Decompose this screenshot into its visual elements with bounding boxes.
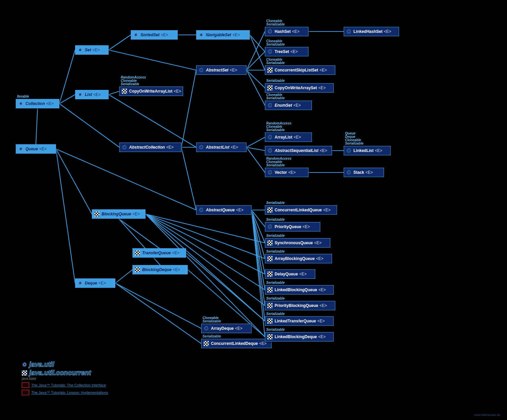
svg-rect-66 [205,342,206,344]
type-param: <E> [230,68,237,72]
node-queue[interactable]: Queue <E> [16,144,56,154]
node-arraydeque[interactable]: ArrayDeque <E> [201,324,251,333]
gear-icon [133,32,138,38]
svg-rect-113 [269,242,270,243]
node-arraylist[interactable]: ArrayList <E> [265,133,312,142]
gear-icon [346,148,351,153]
node-abstractqueue[interactable]: AbstractQueue <E> [196,205,251,215]
svg-rect-69 [206,344,208,345]
node-linkedlist[interactable]: LinkedList <E> [344,146,391,155]
svg-rect-30 [96,213,97,214]
gear-icon [122,145,127,150]
chequer-icon [267,240,273,246]
type-param: <E> [174,89,181,94]
svg-rect-19 [123,90,124,91]
svg-rect-81 [270,70,271,71]
svg-rect-4 [23,372,24,373]
node-concurrentskiplistset[interactable]: ConcurrentSkipListSet <E> [265,65,335,75]
annotation: Serializable [266,79,285,83]
node-hashset[interactable]: HashSet <E> [265,27,308,36]
node-blockingqueue[interactable]: BlockingQueue <E> [92,209,146,219]
svg-rect-146 [270,290,271,291]
gear-icon [267,148,273,153]
node-treeset[interactable]: TreeSet <E> [265,47,308,56]
svg-rect-133 [269,273,270,274]
node-concurrentlinkedqueue[interactable]: ConcurrentLinkedQueue <E> [265,205,337,215]
chequer-icon [267,334,273,339]
svg-point-97 [269,150,271,151]
node-priorityblockingqueue[interactable]: PriorityBlockingQueue <E> [265,301,335,310]
annotation: Serializable [266,328,285,331]
class-name: DelayQueue [275,272,298,276]
type-param: <E> [292,29,299,34]
svg-point-15 [135,34,136,36]
type-param: <E> [318,334,326,339]
svg-point-60 [201,147,202,148]
node-linkedblockingqueue[interactable]: LinkedBlockingQueue <E> [265,285,334,295]
node-copyonwritearrayset[interactable]: CopyOnWriteArraySet <E> [265,83,334,93]
type-param: <E> [365,170,373,175]
type-param: <E> [93,92,101,97]
node-delayqueue[interactable]: DelayQueue <E> [265,269,315,279]
svg-rect-22 [124,91,126,93]
node-transferqueue[interactable]: TransferQueue <E> [132,248,186,258]
node-abstractcollection[interactable]: AbstractCollection <E> [119,143,181,152]
node-abstractsequentiallist[interactable]: AbstractSequentialList <E> [265,146,332,155]
class-name: AbstractCollection [129,145,165,150]
gear-icon [18,146,23,152]
class-name: NavigableSet [206,33,231,37]
annotation: CloneableSerializable [266,40,285,46]
type-param: <E> [173,267,180,272]
type-param: <E> [294,135,301,140]
chequer-icon [267,318,273,324]
node-deque[interactable]: Deque <E> [75,278,115,288]
node-concurrentlinkeddeque[interactable]: ConcurrentLinkedDeque <E> [201,339,272,348]
annotation: Serializable [266,312,285,316]
tutorial-link-1[interactable]: The Java™ Tutorials: The Collection Inte… [22,382,108,388]
svg-point-109 [269,226,271,227]
gear-icon [199,32,204,38]
class-name: HashSet [275,29,291,34]
type-param: <E> [259,341,267,346]
svg-point-61 [201,209,202,211]
type-param: <E> [231,145,238,150]
class-name: AbstractList [206,145,229,150]
class-name: AbstractSet [206,68,228,72]
type-param: <E> [320,68,327,72]
svg-rect-126 [270,259,271,260]
node-linkedtransferqueue[interactable]: LinkedTransferQueue <E> [265,316,334,326]
type-param: <E> [384,29,391,34]
node-set[interactable]: Set <E> [75,45,109,55]
svg-point-13 [79,49,81,51]
node-sortedset[interactable]: SortedSet <E> [131,30,178,40]
node-stack[interactable]: Stack <E> [344,168,384,177]
class-name: LinkedTransferQueue [275,319,316,323]
tutorial-link-2[interactable]: The Java™ Tutorials: Lesson: Implementat… [22,390,108,395]
gear-icon [199,67,204,73]
node-abstractlist[interactable]: AbstractList <E> [196,143,246,152]
class-name: ConcurrentLinkedQueue [275,208,322,212]
node-arrayblockingqueue[interactable]: ArrayBlockingQueue <E> [265,254,332,263]
type-param: <E> [288,170,296,175]
node-collection[interactable]: Collection <E> [16,99,59,108]
node-enumset[interactable]: EnumSet <E> [265,101,312,110]
node-navigableset[interactable]: NavigableSet <E> [196,30,250,40]
chequer-icon [267,256,273,261]
node-blockingdeque[interactable]: BlockingDeque <E> [132,265,188,274]
node-priorityqueue[interactable]: PriorityQueue <E> [265,222,320,231]
class-name: ArrayList [275,135,292,140]
node-linkedhashset[interactable]: LinkedHashSet <E> [344,27,399,36]
gear-icon [18,101,23,106]
node-list[interactable]: List <E> [75,90,109,99]
chequer-icon [122,89,127,94]
node-copyonwritearraylist[interactable]: CopyOnWriteArrayList <E> [119,87,183,96]
node-synchronousqueue[interactable]: SynchronousQueue <E> [265,238,330,248]
svg-rect-51 [136,268,137,270]
chequer-icon [204,341,209,346]
node-linkedblockingdeque[interactable]: LinkedBlockingDeque <E> [265,332,334,342]
class-name: BlockingDeque [142,267,171,272]
node-abstractset[interactable]: AbstractSet <E> [196,65,246,75]
gear-icon [346,170,351,175]
node-vector[interactable]: Vector <E> [265,168,308,177]
gear-icon [199,145,204,150]
